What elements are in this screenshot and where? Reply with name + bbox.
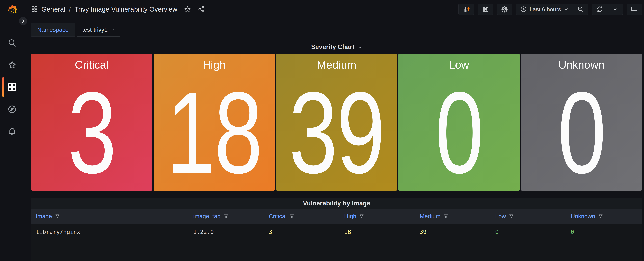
- tv-mode-button[interactable]: [626, 4, 642, 15]
- column-header-image-tag[interactable]: image_tag: [189, 209, 264, 224]
- sidebar-item-search[interactable]: [0, 38, 24, 47]
- stat-panel-high[interactable]: High 18: [154, 54, 275, 190]
- save-dashboard-button[interactable]: [478, 4, 493, 15]
- stat-value: 3: [68, 75, 116, 190]
- column-header-low[interactable]: Low: [491, 209, 566, 224]
- stat-panel-low[interactable]: Low 0: [398, 54, 520, 190]
- clock-icon: [520, 6, 527, 12]
- zoom-out-button[interactable]: [573, 4, 588, 15]
- row-header-severity-chart[interactable]: Severity Chart: [31, 42, 642, 52]
- stat-panel-critical[interactable]: Critical 3: [31, 54, 152, 190]
- variables-row: Namespace test-trivy1: [24, 23, 644, 36]
- column-label: Low: [495, 213, 506, 220]
- search-icon: [8, 38, 16, 47]
- cell-image: library/nginx: [31, 224, 189, 240]
- time-range-group: Last 6 hours: [516, 4, 588, 15]
- table-header-row: Image image_tag Critical High Medium: [31, 209, 642, 224]
- stat-panel-medium[interactable]: Medium 39: [276, 54, 397, 190]
- column-header-unknown[interactable]: Unknown: [566, 209, 642, 224]
- panel-title: Vulnerability by Image: [303, 200, 370, 207]
- top-nav: General / Trivy Image Vulnerability Over…: [24, 0, 644, 18]
- column-label: High: [344, 213, 356, 220]
- toolbar: Last 6 hours: [458, 4, 642, 15]
- sidebar-item-dashboards[interactable]: [0, 82, 24, 92]
- sidebar-item-explore[interactable]: [0, 105, 24, 114]
- time-range-label: Last 6 hours: [530, 6, 561, 12]
- chevron-down-icon: [110, 27, 115, 32]
- cell-image-tag: 1.22.0: [189, 224, 264, 240]
- breadcrumb-separator: /: [69, 6, 71, 13]
- time-range-picker[interactable]: Last 6 hours: [516, 4, 573, 15]
- grafana-logo[interactable]: [5, 4, 19, 18]
- variable-label: Namespace: [31, 23, 75, 36]
- column-label: Medium: [420, 213, 440, 220]
- cell-critical: 3: [264, 224, 340, 240]
- chevron-down-icon: [564, 7, 569, 12]
- filter-funnel-icon[interactable]: [55, 214, 60, 219]
- star-icon: [8, 60, 16, 70]
- stat-value: 18: [167, 75, 262, 190]
- column-header-high[interactable]: High: [340, 209, 415, 224]
- alerting-bell-icon: [8, 127, 16, 136]
- main-area: General / Trivy Image Vulnerability Over…: [24, 0, 644, 261]
- panel-title-bar[interactable]: Vulnerability by Image: [31, 198, 642, 209]
- refresh-interval-button[interactable]: [608, 4, 623, 15]
- stat-value: 0: [435, 75, 483, 190]
- refresh-icon: [596, 6, 603, 13]
- cell-high: 18: [340, 224, 415, 240]
- settings-gear-icon: [501, 6, 508, 13]
- column-header-medium[interactable]: Medium: [416, 209, 491, 224]
- chevron-down-icon: [358, 45, 362, 50]
- share-icon[interactable]: [198, 6, 205, 13]
- column-header-image[interactable]: Image: [31, 209, 189, 224]
- breadcrumb-section[interactable]: General: [42, 6, 65, 13]
- sidebar-item-alerting[interactable]: [0, 127, 24, 136]
- column-label: image_tag: [193, 213, 220, 220]
- variable-value: test-trivy1: [82, 26, 108, 33]
- dashboard-title[interactable]: Trivy Image Vulnerability Overview: [74, 6, 177, 13]
- stat-value: 39: [289, 75, 384, 190]
- sidebar-item-starred[interactable]: [0, 60, 24, 70]
- column-header-critical[interactable]: Critical: [264, 209, 340, 224]
- cell-unknown: 0: [566, 224, 642, 240]
- refresh-button[interactable]: [592, 4, 608, 15]
- add-panel-button[interactable]: [458, 4, 474, 15]
- filter-funnel-icon[interactable]: [289, 214, 295, 219]
- star-icon[interactable]: [184, 6, 191, 13]
- filter-funnel-icon[interactable]: [598, 214, 603, 219]
- chevron-down-icon: [613, 7, 618, 12]
- zoom-out-icon: [577, 6, 584, 13]
- column-label: Unknown: [571, 213, 595, 220]
- cell-medium: 39: [416, 224, 491, 240]
- dashboard: Severity Chart Critical 3 High 18 Medium…: [24, 36, 644, 261]
- table-row: library/nginx 1.22.0 3 18 39 0 0: [31, 224, 642, 240]
- sidebar-nav: [0, 38, 24, 136]
- apps-grid-icon: [31, 6, 38, 12]
- filter-funnel-icon[interactable]: [443, 214, 448, 219]
- sidebar-expand-button[interactable]: [18, 16, 28, 26]
- column-label: Image: [36, 213, 52, 220]
- dashboard-settings-button[interactable]: [497, 4, 512, 15]
- filter-funnel-icon[interactable]: [509, 214, 514, 219]
- add-panel-icon: [462, 6, 470, 13]
- breadcrumb: General / Trivy Image Vulnerability Over…: [31, 6, 205, 13]
- table-body: library/nginx 1.22.0 3 18 39 0 0: [31, 224, 642, 261]
- tv-mode-icon: [631, 6, 638, 13]
- vulnerability-table-panel: Vulnerability by Image Image image_tag C…: [31, 198, 642, 261]
- dashboards-grid-icon: [8, 82, 16, 92]
- refresh-group: [592, 4, 623, 15]
- stat-value: 0: [558, 75, 605, 190]
- filter-funnel-icon[interactable]: [224, 214, 229, 219]
- column-label: Critical: [269, 213, 286, 220]
- severity-stats-row: Critical 3 High 18 Medium 39 Low 0 Unkno…: [31, 54, 642, 190]
- cell-low: 0: [491, 224, 566, 240]
- variable-value-dropdown[interactable]: test-trivy1: [77, 23, 120, 36]
- filter-funnel-icon[interactable]: [359, 214, 364, 219]
- active-indicator: [2, 77, 4, 97]
- save-icon: [482, 6, 489, 13]
- sidebar: [0, 0, 24, 261]
- stat-panel-unknown[interactable]: Unknown 0: [521, 54, 642, 190]
- explore-compass-icon: [8, 105, 16, 114]
- chevron-right-icon: [21, 19, 25, 23]
- row-title: Severity Chart: [311, 44, 354, 51]
